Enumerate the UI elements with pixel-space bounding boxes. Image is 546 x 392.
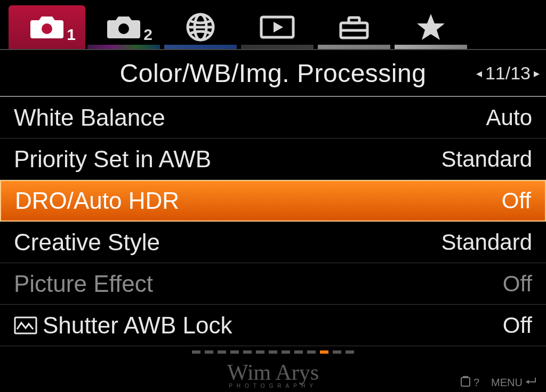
camera-icon <box>29 14 65 40</box>
footer-hints: ? MENU <box>460 375 536 390</box>
menu-item-picture-effect: Picture Effect Off <box>0 263 546 305</box>
camera-icon <box>106 14 141 40</box>
page-indicator[interactable]: ◂ 11/13 ▸ <box>476 63 540 84</box>
menu-item-value: Standard <box>441 146 532 172</box>
menu-item-value: Off <box>503 271 532 297</box>
tab-camera-2-badge: 2 <box>143 26 152 44</box>
menu-item-label: Shutter AWB Lock <box>14 312 232 339</box>
menu-hint-label: MENU <box>491 377 523 389</box>
page-dot <box>346 350 354 354</box>
page-dot <box>269 350 277 354</box>
awb-lock-icon <box>14 316 37 335</box>
menu-item-label: Priority Set in AWB <box>14 146 211 173</box>
tab-underline <box>318 45 390 49</box>
tab-toolbox[interactable] <box>316 5 392 49</box>
menu-hint[interactable]: MENU <box>491 377 536 389</box>
page-dot <box>205 350 213 354</box>
page-dot <box>243 350 252 354</box>
menu-item-creative-style[interactable]: Creative Style Standard <box>0 222 546 263</box>
watermark-sub: PHOTOGRAPHY <box>227 383 319 389</box>
menu-item-shutter-awb-lock[interactable]: Shutter AWB Lock Off <box>0 305 546 346</box>
menu-item-white-balance[interactable]: White Balance Auto <box>0 97 546 138</box>
top-tab-bar: 1 2 <box>0 0 546 49</box>
watermark-name: Wim Arys <box>227 361 319 383</box>
tab-camera-1[interactable]: 1 <box>9 5 85 49</box>
menu-item-label: White Balance <box>14 104 165 131</box>
globe-icon <box>185 12 216 43</box>
delete-icon <box>460 375 471 390</box>
menu-item-priority-awb[interactable]: Priority Set in AWB Standard <box>0 138 546 180</box>
svg-rect-12 <box>461 378 470 386</box>
menu-item-label: Creative Style <box>14 229 160 256</box>
playback-icon <box>260 14 295 40</box>
page-dot <box>282 350 290 354</box>
svg-marker-6 <box>274 22 283 32</box>
svg-point-1 <box>118 23 129 34</box>
section-header: Color/WB/Img. Processing ◂ 11/13 ▸ <box>0 49 546 97</box>
page-dot <box>307 350 316 354</box>
page-prev-icon: ◂ <box>476 66 482 80</box>
menu-item-value: Off <box>502 188 531 214</box>
page-dot <box>218 350 226 354</box>
menu-item-label: Picture Effect <box>14 271 153 297</box>
svg-marker-10 <box>417 14 445 40</box>
menu-item-value: Off <box>503 313 532 338</box>
page-next-icon: ▸ <box>534 66 540 80</box>
tab-camera-2[interactable]: 2 <box>85 5 162 49</box>
watermark: Wim Arys PHOTOGRAPHY <box>227 361 319 389</box>
svg-marker-14 <box>526 380 529 384</box>
menu-item-value: Standard <box>441 230 532 255</box>
menu-item-dro-auto-hdr[interactable]: DRO/Auto HDR Off <box>0 180 546 222</box>
page-dot <box>230 350 239 354</box>
svg-point-0 <box>42 23 52 34</box>
help-hint[interactable]: ? <box>460 375 479 390</box>
page-dot <box>256 350 264 354</box>
menu-item-label: DRO/Auto HDR <box>15 187 179 214</box>
star-icon <box>415 12 446 42</box>
return-icon <box>525 377 536 389</box>
tab-network[interactable] <box>162 5 239 49</box>
svg-rect-11 <box>15 317 36 333</box>
page-dot-current <box>320 350 328 354</box>
menu-list: White Balance Auto Priority Set in AWB S… <box>0 97 546 346</box>
tab-underline <box>87 45 160 49</box>
tab-playback[interactable] <box>239 5 316 49</box>
tab-underline <box>241 45 314 49</box>
svg-rect-8 <box>349 18 359 23</box>
toolbox-icon <box>338 14 370 40</box>
tab-favorites[interactable] <box>392 5 469 49</box>
page-dot <box>294 350 303 354</box>
section-title: Color/WB/Img. Processing <box>120 59 427 88</box>
tab-underline <box>164 45 237 49</box>
page-label: 11/13 <box>485 63 531 84</box>
page-dots <box>0 350 546 354</box>
help-hint-label: ? <box>473 377 479 389</box>
tab-underline <box>395 45 467 49</box>
page-dot <box>333 350 341 354</box>
menu-item-value: Auto <box>486 105 532 130</box>
page-dot <box>192 350 200 354</box>
tab-camera-1-badge: 1 <box>67 26 76 44</box>
